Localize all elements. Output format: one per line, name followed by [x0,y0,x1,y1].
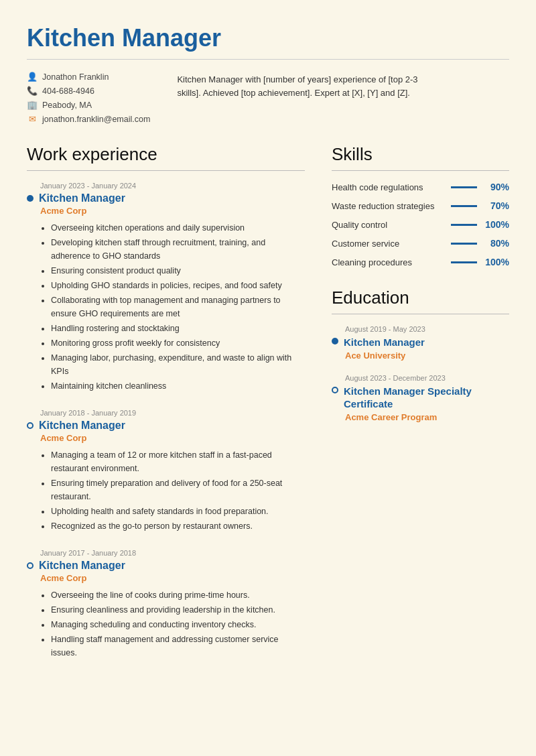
main-content: Work experience January 2023 - January 2… [27,144,509,676]
edu-degree: Kitchen Manager Specialty Certificate [344,385,509,411]
skill-bar [451,243,477,245]
entry-job-title: Kitchen Manager [39,560,125,572]
list-item: Ensuring cleanliness and providing leade… [51,603,305,617]
edu-degree: Kitchen Manager [344,336,425,349]
edu-entries-container: August 2019 - May 2023Kitchen ManagerAce… [332,325,509,422]
list-item: Handling rostering and stocktaking [51,322,305,335]
skill-name: Quality control [332,220,446,230]
contact-location-row: 🏢 Peabody, MA [27,100,150,110]
edu-bullet-icon [332,338,338,344]
skill-row: Cleaning procedures100% [332,257,509,267]
entry-bullet-icon [27,195,34,202]
skill-bar [451,224,477,226]
contact-phone: 404-688-4946 [42,86,94,96]
work-entries-container: January 2023 - January 2024Kitchen Manag… [27,182,305,659]
right-column: Skills Health code regulations90%Waste r… [325,144,509,676]
skill-bar [451,205,477,207]
skill-name: Waste reduction strategies [332,201,446,211]
list-item: Upholding GHO standards in policies, rec… [51,279,305,292]
skill-name: Cleaning procedures [332,257,446,267]
entry-bullet-icon [27,422,34,429]
skill-row: Waste reduction strategies70% [332,200,509,211]
contact-email: jonathon.franklin@email.com [42,115,150,124]
skill-name: Customer service [332,239,446,249]
edu-institution: Ace University [332,351,509,361]
skill-bar [451,186,477,188]
skill-bar-fill [451,205,469,207]
entry-title-row: Kitchen Manager [27,560,305,572]
person-icon: 👤 [27,72,38,82]
list-item: Overseeing kitchen operations and daily … [51,221,305,235]
skill-percent: 70% [482,200,509,211]
entry-company: Acme Corp [27,433,305,443]
list-item: Ensuring consistent product quality [51,264,305,277]
education-title: Education [332,288,509,308]
skill-bar-fill [451,224,477,226]
phone-icon: 📞 [27,86,38,96]
list-item: Handling staff management and addressing… [51,633,305,659]
skill-bar [451,261,477,263]
page-title: Kitchen Manager [27,24,509,52]
entry-date: January 2018 - January 2019 [27,409,305,417]
contact-email-row: ✉ jonathon.franklin@email.com [27,114,150,124]
entry-bullets-list: Overseeing the line of cooks during prim… [27,588,305,659]
entry-company: Acme Corp [27,573,305,583]
edu-entry: August 2023 - December 2023Kitchen Manag… [332,374,509,422]
entry-date: January 2017 - January 2018 [27,549,305,557]
edu-date: August 2023 - December 2023 [332,374,509,382]
skill-row: Health code regulations90% [332,182,509,192]
list-item: Developing kitchen staff through recruit… [51,236,305,263]
entry-date: January 2023 - January 2024 [27,182,305,190]
contact-summary-section: 👤 Jonathon Franklin 📞 404-688-4946 🏢 Pea… [27,72,509,124]
contact-name-row: 👤 Jonathon Franklin [27,72,150,82]
entry-bullets-list: Overseeing kitchen operations and daily … [27,221,305,393]
list-item: Managing scheduling and conducting inven… [51,618,305,631]
location-icon: 🏢 [27,100,38,110]
list-item: Monitoring gross profit weekly for consi… [51,336,305,350]
list-item: Recognized as the go-to person by restau… [51,519,305,533]
edu-institution: Acme Career Program [332,412,509,422]
edu-date: August 2019 - May 2023 [332,325,509,333]
work-entry: January 2023 - January 2024Kitchen Manag… [27,182,305,393]
list-item: Overseeing the line of cooks during prim… [51,588,305,602]
work-divider [27,170,305,171]
skills-section: Skills Health code regulations90%Waste r… [332,144,509,267]
list-item: Managing labor, purchasing, expenditure,… [51,351,305,378]
work-entry: January 2018 - January 2019Kitchen Manag… [27,409,305,533]
work-entry: January 2017 - January 2018Kitchen Manag… [27,549,305,659]
contact-location: Peabody, MA [42,101,92,110]
skills-title: Skills [332,144,509,165]
skill-bar-fill [451,186,474,188]
skill-row: Customer service80% [332,238,509,249]
entry-job-title: Kitchen Manager [39,192,125,204]
work-experience-section: Work experience January 2023 - January 2… [27,144,325,676]
list-item: Ensuring timely preparation and delivery… [51,477,305,503]
edu-title-row: Kitchen Manager [332,336,509,349]
skill-percent: 80% [482,238,509,249]
skill-bar-fill [451,261,477,263]
edu-title-row: Kitchen Manager Specialty Certificate [332,385,509,411]
contact-name: Jonathon Franklin [42,72,109,82]
list-item: Maintaining kitchen cleanliness [51,379,305,393]
summary-text: Kitchen Manager with [number of years] e… [177,72,431,124]
skill-row: Quality control100% [332,219,509,230]
list-item: Collaborating with top management and ma… [51,294,305,320]
education-section: Education August 2019 - May 2023Kitchen … [332,288,509,422]
entry-title-row: Kitchen Manager [27,192,305,204]
entry-bullets-list: Managing a team of 12 or more kitchen st… [27,448,305,533]
skills-container: Health code regulations90%Waste reductio… [332,182,509,267]
skill-percent: 100% [482,219,509,230]
list-item: Upholding health and safety standards in… [51,505,305,518]
entry-job-title: Kitchen Manager [39,420,125,432]
education-divider [332,314,509,314]
edu-entry: August 2019 - May 2023Kitchen ManagerAce… [332,325,509,361]
skill-percent: 100% [482,257,509,267]
entry-title-row: Kitchen Manager [27,420,305,432]
email-icon: ✉ [27,114,38,124]
entry-company: Acme Corp [27,206,305,216]
skill-name: Health code regulations [332,182,446,192]
list-item: Managing a team of 12 or more kitchen st… [51,448,305,475]
header-divider [27,59,509,60]
contact-phone-row: 📞 404-688-4946 [27,86,150,96]
entry-bullet-icon [27,562,34,569]
